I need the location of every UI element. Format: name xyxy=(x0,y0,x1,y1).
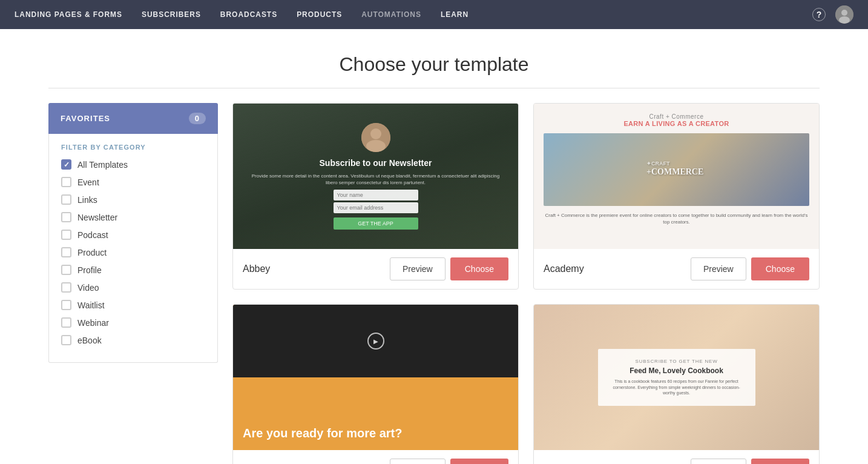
food-body: This is a cookbook features 60 recipes f… xyxy=(610,379,743,396)
filter-title: FILTER BY CATEGORY xyxy=(61,144,205,151)
svg-text:✦CRAFT: ✦CRAFT xyxy=(646,161,670,167)
svg-text:+COMMERCE: +COMMERCE xyxy=(646,167,703,176)
food-choose-button[interactable]: Choose xyxy=(751,459,809,464)
template-card-art: ▶ Are you ready for more art? Art Previe… xyxy=(232,304,519,464)
filter-waitlist[interactable]: Waitlist xyxy=(61,300,205,310)
nav-left: Landing Pages & Forms Subscribers Broadc… xyxy=(15,8,469,21)
template-preview-food: SUBSCRIBE TO GET THE NEW Feed Me, Lovely… xyxy=(534,305,819,450)
avatar[interactable] xyxy=(835,5,853,24)
filter-product[interactable]: Product xyxy=(61,247,205,257)
template-card-abbey: Subscribe to our Newsletter Provide some… xyxy=(232,103,519,290)
academy-logo: ✦CRAFT +COMMERCE xyxy=(640,153,713,187)
template-preview-art: ▶ Are you ready for more art? xyxy=(233,305,518,450)
nav-learn[interactable]: Learn xyxy=(441,8,469,21)
checkbox-all-templates[interactable] xyxy=(61,159,71,170)
filter-event-label: Event xyxy=(77,177,99,187)
earn-title: EARN A LIVING AS A CREATOR xyxy=(623,120,729,127)
checkbox-podcast[interactable] xyxy=(61,230,71,240)
template-preview-academy: Craft + Commerce EARN A LIVING AS A CREA… xyxy=(534,104,819,249)
filter-video-label: Video xyxy=(77,283,99,293)
academy-actions: Preview Choose xyxy=(691,257,809,280)
template-card-food: SUBSCRIBE TO GET THE NEW Feed Me, Lovely… xyxy=(533,304,820,464)
abbey-body: Provide some more detail in the content … xyxy=(245,173,506,186)
abbey-email-input[interactable] xyxy=(334,202,418,213)
filter-newsletter-label: Newsletter xyxy=(77,213,117,222)
checkbox-newsletter[interactable] xyxy=(61,212,71,222)
academy-image: ✦CRAFT +COMMERCE xyxy=(544,133,809,206)
main-content: FAVORITES 0 FILTER BY CATEGORY All Templ… xyxy=(0,88,868,464)
abbey-preview-button[interactable]: Preview xyxy=(390,257,446,280)
filter-podcast-label: Podcast xyxy=(77,230,108,240)
art-choose-button[interactable]: Choose xyxy=(450,459,508,464)
favorites-button[interactable]: FAVORITES 0 xyxy=(48,103,218,134)
academy-choose-button[interactable]: Choose xyxy=(751,257,809,280)
academy-info: Academy Preview Choose xyxy=(534,249,819,289)
template-preview-abbey: Subscribe to our Newsletter Provide some… xyxy=(233,104,518,249)
food-title: Feed Me, Lovely Cookbook xyxy=(610,366,743,375)
art-preview-button[interactable]: Preview xyxy=(390,459,446,464)
checkbox-ebook[interactable] xyxy=(61,335,71,345)
abbey-preview-content: Subscribe to our Newsletter Provide some… xyxy=(233,111,518,242)
abbey-info: Abbey Preview Choose xyxy=(233,249,518,289)
play-icon: ▶ xyxy=(367,333,384,350)
template-grid: Subscribe to our Newsletter Provide some… xyxy=(232,103,820,464)
filter-all-templates[interactable]: All Templates xyxy=(61,159,205,170)
checkbox-profile[interactable] xyxy=(61,265,71,275)
filter-event[interactable]: Event xyxy=(61,177,205,187)
filter-product-label: Product xyxy=(77,248,107,257)
academy-name: Academy xyxy=(544,263,584,274)
page-title: Choose your template xyxy=(0,53,868,76)
filter-section: FILTER BY CATEGORY All Templates Event L… xyxy=(48,134,218,363)
template-card-academy: Craft + Commerce EARN A LIVING AS A CREA… xyxy=(533,103,820,290)
checkbox-webinar[interactable] xyxy=(61,317,71,328)
food-subtitle: SUBSCRIBE TO GET THE NEW xyxy=(610,359,743,364)
filter-all-templates-label: All Templates xyxy=(77,160,128,170)
abbey-signup-button[interactable]: GET THE APP xyxy=(334,217,418,230)
favorites-label: FAVORITES xyxy=(61,114,110,123)
favorites-count: 0 xyxy=(189,113,206,124)
abbey-headline: Subscribe to our Newsletter xyxy=(245,158,506,168)
filter-waitlist-label: Waitlist xyxy=(77,300,105,310)
filter-ebook-label: eBook xyxy=(77,336,102,345)
checkbox-event[interactable] xyxy=(61,177,71,187)
academy-header: Craft + Commerce EARN A LIVING AS A CREA… xyxy=(623,113,729,127)
filter-podcast[interactable]: Podcast xyxy=(61,230,205,240)
checkbox-links[interactable] xyxy=(61,194,71,205)
art-actions: Preview Choose xyxy=(390,459,508,464)
svg-point-4 xyxy=(370,128,381,139)
checkbox-waitlist[interactable] xyxy=(61,300,71,310)
sidebar: FAVORITES 0 FILTER BY CATEGORY All Templ… xyxy=(48,103,218,464)
craft-title: Craft + Commerce xyxy=(623,113,729,120)
abbey-name: Abbey xyxy=(243,263,270,274)
svg-point-1 xyxy=(841,10,847,16)
food-actions: Preview Choose xyxy=(691,459,809,464)
help-button[interactable]: ? xyxy=(812,8,826,21)
art-headline: Are you ready for more art? xyxy=(243,426,402,440)
food-overlay: SUBSCRIBE TO GET THE NEW Feed Me, Lovely… xyxy=(598,349,755,406)
filter-profile[interactable]: Profile xyxy=(61,265,205,275)
nav-products[interactable]: Products xyxy=(297,8,342,21)
abbey-name-input[interactable] xyxy=(334,190,418,201)
filter-ebook[interactable]: eBook xyxy=(61,335,205,345)
abbey-avatar xyxy=(361,123,390,152)
abbey-choose-button[interactable]: Choose xyxy=(450,257,508,280)
abbey-actions: Preview Choose xyxy=(390,257,508,280)
nav-automations[interactable]: Automations xyxy=(361,8,421,21)
food-info: Food Preview Choose xyxy=(534,450,819,464)
navbar: Landing Pages & Forms Subscribers Broadc… xyxy=(0,0,868,29)
academy-preview-button[interactable]: Preview xyxy=(691,257,746,280)
nav-landing-pages[interactable]: Landing Pages & Forms xyxy=(15,8,122,21)
checkbox-video[interactable] xyxy=(61,282,71,293)
filter-links-label: Links xyxy=(77,195,97,205)
filter-video[interactable]: Video xyxy=(61,282,205,293)
nav-subscribers[interactable]: Subscribers xyxy=(142,8,201,21)
food-preview-button[interactable]: Preview xyxy=(691,459,746,464)
filter-profile-label: Profile xyxy=(77,265,102,275)
filter-links[interactable]: Links xyxy=(61,194,205,205)
filter-newsletter[interactable]: Newsletter xyxy=(61,212,205,222)
nav-broadcasts[interactable]: Broadcasts xyxy=(220,8,277,21)
checkbox-product[interactable] xyxy=(61,247,71,257)
svg-point-2 xyxy=(839,16,850,24)
svg-point-5 xyxy=(366,140,386,152)
filter-webinar[interactable]: Webinar xyxy=(61,317,205,328)
